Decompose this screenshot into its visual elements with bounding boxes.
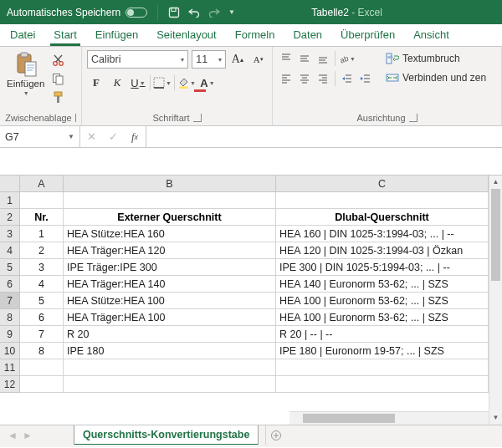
group-clipboard: Einfügen ▼ Zwischenablage xyxy=(0,47,82,125)
row-header[interactable]: 8 xyxy=(0,309,20,326)
align-top-button[interactable] xyxy=(278,50,295,67)
paste-button[interactable]: Einfügen ▼ xyxy=(5,50,46,98)
align-right-icon xyxy=(317,73,329,84)
tab-page-layout[interactable]: Seitenlayout xyxy=(153,24,220,46)
svg-rect-0 xyxy=(170,8,179,17)
tab-home[interactable]: Start xyxy=(50,24,79,46)
quick-access-toolbar: ▼ xyxy=(161,7,242,18)
copy-button[interactable] xyxy=(49,70,66,87)
align-left-icon xyxy=(280,73,292,84)
document-title: Tabelle2 - Excel xyxy=(242,7,502,18)
column-headers: A B C xyxy=(20,176,489,192)
align-middle-button[interactable] xyxy=(296,50,313,67)
save-icon[interactable] xyxy=(168,7,180,18)
tab-view[interactable]: Ansicht xyxy=(410,24,453,46)
title-bar: Automatisches Speichern ▼ Tabelle2 - Exc… xyxy=(0,0,502,24)
align-center-button[interactable] xyxy=(296,70,313,87)
grid: A B C 1 2 3 4 5 6 7 8 9 10 11 12 Nr.Exte… xyxy=(0,148,502,447)
align-left-button[interactable] xyxy=(278,70,295,87)
underline-button[interactable]: U▼ xyxy=(129,74,147,91)
new-sheet-button[interactable] xyxy=(265,425,285,445)
autosave-label: Automatisches Speichern xyxy=(7,7,120,18)
align-right-button[interactable] xyxy=(315,70,331,87)
svg-text:ab: ab xyxy=(339,54,349,64)
sheet-tab[interactable]: Querschnitts-Konvertierungstabe xyxy=(74,425,259,445)
column-header[interactable]: A xyxy=(20,176,64,192)
sheet-tab-bar: ◄► Querschnitts-Konvertierungstabe xyxy=(0,425,502,445)
row-header[interactable]: 5 xyxy=(0,259,20,276)
tab-file[interactable]: Datei xyxy=(7,24,38,46)
tab-data[interactable]: Daten xyxy=(289,24,325,46)
outdent-icon xyxy=(341,73,353,84)
chevron-down-icon: ▼ xyxy=(23,90,29,96)
fill-color-button[interactable]: ▼ xyxy=(177,74,196,91)
tab-review[interactable]: Überprüfen xyxy=(337,24,398,46)
enter-formula-button[interactable]: ✓ xyxy=(102,130,124,143)
row-header[interactable]: 10 xyxy=(0,343,20,359)
cell-area[interactable]: Nr.Externer QuerschnittDlubal-Querschnit… xyxy=(20,192,489,393)
wrap-icon: ab xyxy=(386,53,399,64)
row-header[interactable]: 4 xyxy=(0,242,20,259)
merge-icon xyxy=(386,72,399,84)
row-header[interactable]: 9 xyxy=(0,326,20,343)
scroll-up-icon: ▲ xyxy=(489,176,502,189)
dialog-launcher-icon[interactable] xyxy=(193,114,202,122)
orientation-button[interactable]: ab▼ xyxy=(339,50,356,67)
indent-icon xyxy=(360,73,371,84)
cancel-formula-button[interactable]: ✕ xyxy=(80,130,102,143)
paintbrush-icon xyxy=(52,91,64,104)
column-header[interactable]: B xyxy=(64,176,276,192)
formula-input[interactable] xyxy=(146,126,502,147)
horizontal-scrollbar[interactable] xyxy=(289,411,489,425)
redo-icon[interactable] xyxy=(208,8,220,18)
merge-center-button[interactable]: Verbinden und zen xyxy=(382,69,489,86)
paste-label: Einfügen xyxy=(7,79,44,89)
undo-icon[interactable] xyxy=(188,8,200,18)
row-header[interactable]: 11 xyxy=(0,359,20,376)
row-header[interactable]: 6 xyxy=(0,276,20,293)
border-icon xyxy=(153,77,165,89)
vertical-scrollbar[interactable]: ▲ ▼ xyxy=(489,176,502,425)
copy-icon xyxy=(52,73,64,85)
row-header[interactable]: 12 xyxy=(0,376,20,393)
row-header[interactable]: 3 xyxy=(0,226,20,242)
cut-button[interactable] xyxy=(49,52,66,69)
fx-button[interactable]: fx xyxy=(124,130,146,144)
bucket-icon xyxy=(177,77,189,89)
row-header[interactable]: 7 xyxy=(0,293,20,309)
borders-button[interactable]: ▼ xyxy=(153,74,172,91)
sheet-nav[interactable]: ◄► xyxy=(0,430,40,441)
font-size-dropdown[interactable]: 11▾ xyxy=(192,50,225,69)
align-top-icon xyxy=(280,53,292,64)
chevron-right-icon: ► xyxy=(23,430,33,441)
ribbon: Einfügen ▼ Zwischenablage Calibri▾ 11▾ A… xyxy=(0,47,502,126)
row-headers: 1 2 3 4 5 6 7 8 9 10 11 12 xyxy=(0,192,20,393)
wrap-text-button[interactable]: abTextumbruch xyxy=(382,50,489,67)
svg-rect-14 xyxy=(54,92,62,96)
font-name-dropdown[interactable]: Calibri▾ xyxy=(87,50,188,69)
autosave-toggle[interactable]: Automatisches Speichern xyxy=(0,7,154,18)
dialog-launcher-icon[interactable] xyxy=(75,114,76,122)
decrease-font-button[interactable]: A▾ xyxy=(249,51,267,68)
svg-point-8 xyxy=(54,61,58,65)
row-header[interactable]: 1 xyxy=(0,192,20,209)
tab-insert[interactable]: Einfügen xyxy=(92,24,141,46)
tab-formulas[interactable]: Formeln xyxy=(232,24,279,46)
row-header[interactable]: 2 xyxy=(0,209,20,226)
name-box[interactable]: G7▼ xyxy=(0,126,80,147)
svg-rect-49 xyxy=(387,74,398,81)
group-label: Schriftart xyxy=(152,113,189,123)
scroll-down-icon: ▼ xyxy=(489,411,502,425)
format-painter-button[interactable] xyxy=(49,89,66,105)
italic-button[interactable]: K xyxy=(108,74,126,91)
increase-indent-button[interactable] xyxy=(357,70,374,87)
column-header[interactable]: C xyxy=(276,176,489,192)
decrease-indent-button[interactable] xyxy=(339,70,356,87)
align-bottom-button[interactable] xyxy=(315,50,331,67)
dialog-launcher-icon[interactable] xyxy=(409,114,417,122)
select-all-button[interactable] xyxy=(0,176,20,192)
bold-button[interactable]: F xyxy=(87,74,105,91)
increase-font-button[interactable]: A▴ xyxy=(229,51,247,68)
qat-customize-icon[interactable]: ▼ xyxy=(228,8,235,16)
chevron-left-icon: ◄ xyxy=(8,430,18,441)
